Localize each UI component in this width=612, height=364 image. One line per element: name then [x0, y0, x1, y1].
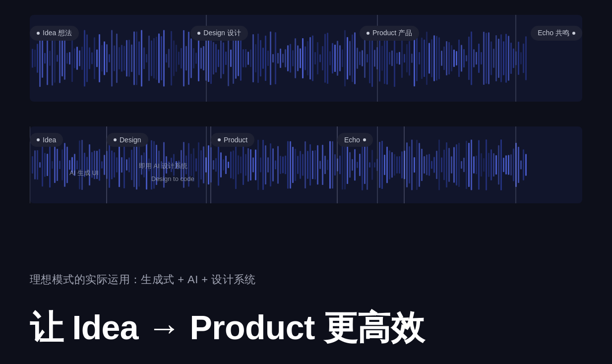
subtitle-text: 理想模式的实际运用：生成式 + AI + 设计系统 [30, 272, 256, 287]
annotation-ai-design: 即用 AI 设计系统 [139, 162, 187, 171]
top-tab-idea-label: Idea 想法 [43, 29, 72, 38]
bottom-tab-design: Design [107, 133, 148, 147]
bottom-tab-idea: Idea [30, 133, 63, 147]
dot-icon [367, 32, 369, 35]
dot-icon [197, 32, 200, 35]
top-tab-product-label: Product 产品 [372, 29, 412, 38]
bottom-tab-product: Product [211, 133, 254, 147]
dot-icon [363, 138, 366, 141]
dot-icon [218, 138, 221, 141]
bottom-tabs-container: Idea Design Product Echo AI 生成 UI 即用 AI … [30, 133, 582, 210]
bottom-tab-design-label: Design [120, 136, 141, 144]
dot-icon [37, 138, 40, 141]
dot-icon [572, 32, 575, 35]
annotation-design-to-code: Design to code [151, 175, 194, 182]
top-tab-echo: Echo 共鸣 [531, 26, 582, 41]
top-tab-design-label: Design 设计 [203, 29, 241, 38]
bottom-tab-product-label: Product [224, 136, 247, 144]
annotation-ai-ui: AI 生成 UI [69, 169, 99, 178]
top-tab-idea: Idea 想法 [30, 26, 79, 41]
dot-icon [114, 138, 117, 141]
top-tabs: Idea 想法 Design 设计 Product 产品 Echo 共鸣 [30, 26, 582, 41]
headline-text: 让 Idea → Product 更高效 [30, 310, 424, 344]
bottom-tab-idea-label: Idea [43, 136, 56, 144]
bottom-tab-echo: Echo [337, 133, 373, 147]
top-tab-echo-label: Echo 共鸣 [538, 29, 569, 38]
dot-icon [37, 32, 40, 35]
top-tab-product: Product 产品 [360, 26, 419, 41]
bottom-tab-echo-label: Echo [344, 136, 360, 144]
top-tab-design: Design 设计 [190, 26, 247, 41]
